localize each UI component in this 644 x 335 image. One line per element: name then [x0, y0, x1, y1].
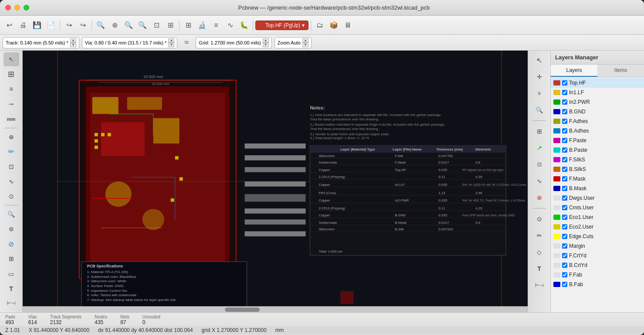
close-button[interactable] [5, 5, 11, 10]
text-right[interactable]: T [532, 261, 547, 277]
layer-item[interactable]: F.Paste [551, 136, 644, 145]
redo-button[interactable]: ↪ [62, 19, 75, 32]
ratsnest-button[interactable]: ∿ [224, 19, 237, 32]
route-right[interactable]: ↗ [532, 140, 547, 156]
layer-item[interactable]: B.SilkS [551, 164, 644, 174]
units-toggle[interactable]: mm [3, 112, 19, 126]
layer-visibility-checkbox[interactable] [562, 243, 567, 249]
minimize-button[interactable] [14, 5, 20, 10]
search-button[interactable]: 🔍 [94, 19, 107, 32]
track-stepper[interactable]: ▲ ▼ [70, 38, 76, 47]
netlist-button[interactable]: ≡ [210, 19, 223, 32]
tune-right[interactable]: ∿ [532, 173, 547, 189]
layer-item[interactable]: Margin [551, 241, 644, 251]
add-dim-tool[interactable]: ⊢⊣ [3, 297, 19, 311]
track-down[interactable]: ▼ [70, 43, 76, 47]
edit-right[interactable]: ✏ [532, 228, 547, 243]
layer-item[interactable]: Cmts.User [551, 203, 644, 212]
inspect-button[interactable]: 🔬 [196, 19, 209, 32]
layer-item[interactable]: Top.HF [551, 78, 644, 88]
inspect-right[interactable]: ⊙ [532, 211, 547, 227]
layer-item[interactable]: Dwgs.User [551, 193, 644, 203]
zoom-stepper[interactable]: ▲ ▼ [302, 38, 308, 47]
tab-items[interactable]: Items [597, 65, 644, 77]
ratsnest-right[interactable]: ≡ [532, 85, 547, 101]
grid-selector[interactable]: Grid: 1.2700 mm (50.00 mils) ▲ ▼ [196, 37, 271, 48]
layer-item[interactable]: F.Mask [551, 174, 644, 184]
layer-visibility-checkbox[interactable] [562, 99, 567, 105]
layer-item[interactable]: F.Fab [551, 270, 644, 280]
grid-down[interactable]: ▼ [263, 43, 269, 47]
cursor-tool-right[interactable]: ↖ [532, 52, 547, 68]
pick-route-tool[interactable]: ⊘ [3, 237, 19, 251]
align-tool[interactable]: ⊕ [3, 130, 19, 144]
via-size-selector[interactable]: Via: 0.80 / 0.40 mm (31.5 / 15.7 mils) *… [82, 37, 178, 48]
layer-visibility-checkbox[interactable] [562, 215, 567, 220]
layer-item[interactable]: B.Mask [551, 184, 644, 193]
gerber-button[interactable]: 📄 [44, 19, 58, 32]
layer-visibility-checkbox[interactable] [562, 128, 567, 133]
layer-item[interactable]: Eco2.User [551, 222, 644, 232]
layer-visibility-checkbox[interactable] [562, 138, 567, 143]
layer-visibility-checkbox[interactable] [562, 176, 567, 181]
route-track-tool[interactable]: ✏ [3, 145, 19, 159]
layer-item[interactable]: In2.PWR [551, 97, 644, 107]
layer-visibility-checkbox[interactable] [562, 263, 567, 268]
layer-visibility-checkbox[interactable] [562, 272, 567, 277]
redo2-button[interactable]: ↪ [76, 19, 89, 32]
layers-icon-button[interactable]: 🗂 [313, 19, 326, 32]
layer-item[interactable]: F.SilkS [551, 155, 644, 164]
via-stepper[interactable]: ▲ ▼ [168, 38, 174, 47]
add-footprint-tool[interactable]: ⊞ [3, 252, 19, 266]
layer-visibility-checkbox[interactable] [562, 90, 567, 95]
layer-visibility-checkbox[interactable] [562, 195, 567, 201]
add-zone-tool[interactable]: ▭ [3, 267, 19, 281]
canvas-area[interactable]: 33.500 mm 25.000 mm Notes: 1.) Hole loca… [23, 51, 528, 312]
tune-track-tool[interactable]: ∿ [3, 174, 19, 188]
layer-item[interactable]: B.CrtYd [551, 260, 644, 270]
horizontal-scrollbar[interactable] [23, 306, 528, 312]
inspect-clearance-tool[interactable]: ⊚ [3, 222, 19, 236]
netclass-button[interactable]: ≈ [180, 36, 193, 49]
drc-button[interactable]: 🐛 [237, 19, 251, 32]
grid-button[interactable]: ⊞ [182, 19, 195, 32]
via-down[interactable]: ▼ [168, 43, 174, 47]
layer-visibility-checkbox[interactable] [562, 119, 567, 124]
save-button[interactable]: 💾 [31, 19, 44, 32]
zoom-out-button[interactable]: 🔍 [136, 19, 149, 32]
calc-button[interactable]: 🖥 [341, 19, 354, 32]
browse-tool[interactable]: ⊞ [3, 67, 19, 81]
zoom-prev-button[interactable]: ⊞ [164, 19, 177, 32]
add-text-tool[interactable]: T [3, 282, 19, 296]
zoom-in-button[interactable]: 🔍 [122, 19, 135, 32]
grid-stepper[interactable]: ▲ ▼ [263, 38, 269, 47]
add-via-tool[interactable]: ⊙ [3, 189, 19, 203]
zone-right[interactable]: ⊡ [532, 157, 547, 172]
layer-item[interactable]: B.Fab [551, 280, 644, 289]
zoom-tool[interactable]: 🔍 [3, 207, 19, 221]
3d-button[interactable]: 📦 [327, 19, 340, 32]
layer-visibility-checkbox[interactable] [562, 80, 567, 85]
drc-right[interactable]: ⊗ [532, 190, 547, 205]
layer-visibility-checkbox[interactable] [562, 167, 567, 172]
grid-up[interactable]: ▲ [263, 38, 269, 43]
layer-item[interactable]: In1.LF [551, 88, 644, 97]
layer-item[interactable]: B.Adhes [551, 126, 644, 136]
magnify-right[interactable]: 🔍 [532, 102, 547, 118]
tab-layers[interactable]: Layers [551, 65, 597, 77]
zoom-down[interactable]: ▼ [302, 43, 308, 47]
layer-visibility-checkbox[interactable] [562, 157, 567, 162]
layer-item[interactable]: Eco1.User [551, 212, 644, 222]
select-tool[interactable]: ↖ [3, 52, 19, 66]
maximize-button[interactable] [24, 5, 29, 10]
layer-visibility-checkbox[interactable] [562, 253, 567, 258]
zoom-area-button[interactable]: ⊡ [150, 19, 163, 32]
layer-visibility-checkbox[interactable] [562, 234, 567, 239]
active-layer-selector[interactable]: Top.HF (PgUp) ▾ [255, 21, 308, 30]
layer-visibility-checkbox[interactable] [562, 205, 567, 210]
add-component-right[interactable]: ✛ [532, 69, 547, 85]
route-diff-pair-tool[interactable]: ⊡ [3, 160, 19, 174]
layer-item[interactable]: B.GND [551, 107, 644, 116]
layer-visibility-checkbox[interactable] [562, 282, 567, 287]
undo-button[interactable]: ↩ [3, 19, 16, 32]
